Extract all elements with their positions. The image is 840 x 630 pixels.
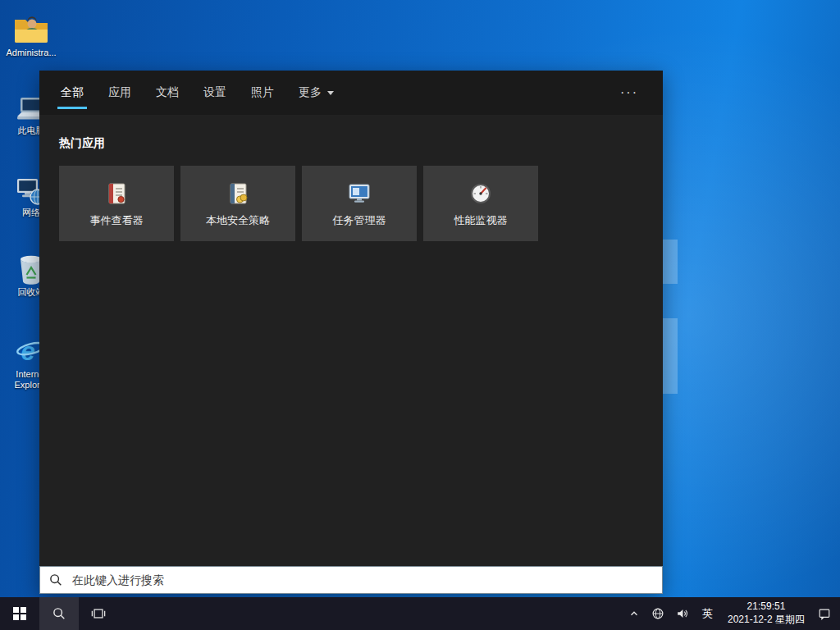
tab-label: 照片	[251, 85, 274, 100]
network-tray-button[interactable]	[646, 597, 670, 630]
search-input[interactable]	[71, 573, 654, 587]
app-tile-task-manager[interactable]: 任务管理器	[302, 166, 417, 241]
volume-tray-button[interactable]	[670, 597, 695, 630]
taskbar-clock[interactable]: 21:59:51 2021-12-2 星期四	[720, 597, 812, 630]
app-tile-local-security-policy[interactable]: 本地安全策略	[180, 166, 295, 241]
chevron-up-icon	[628, 608, 640, 619]
search-panel-body: 热门应用 事件查看器	[39, 115, 663, 566]
desktop-icon-administrator[interactable]: Administra...	[3, 8, 59, 58]
chevron-down-icon	[327, 91, 334, 95]
start-button[interactable]	[0, 597, 39, 630]
search-panel: 全部 应用 文档 设置 照片 更多 ··· 热门应用	[39, 71, 663, 594]
tab-label: 应用	[108, 85, 131, 100]
tab-label: 文档	[156, 85, 179, 100]
search-icon	[48, 573, 63, 587]
search-filter-tabs: 全部 应用 文档 设置 照片 更多 ···	[39, 71, 663, 115]
taskbar: 英 21:59:51 2021-12-2 星期四	[0, 597, 840, 630]
tray-expand-button[interactable]	[623, 597, 646, 630]
action-center-icon	[818, 607, 831, 620]
desktop-icon-label: 网络	[22, 208, 40, 218]
tab-apps[interactable]: 应用	[107, 71, 133, 115]
svg-text:e: e	[21, 337, 35, 366]
desktop-icon-label: Administra...	[6, 48, 56, 58]
tab-label: 全部	[61, 85, 84, 100]
app-tile-event-viewer[interactable]: 事件查看器	[59, 166, 174, 241]
tab-settings[interactable]: 设置	[202, 71, 228, 115]
tab-all[interactable]: 全部	[59, 71, 85, 115]
app-tile-performance-monitor[interactable]: 性能监视器	[423, 166, 538, 241]
volume-icon	[676, 607, 689, 620]
app-tile-label: 事件查看器	[90, 215, 144, 226]
more-options-button[interactable]: ···	[615, 71, 643, 115]
desktop: Administra... 此电脑 网络	[0, 0, 840, 630]
app-tile-label: 本地安全策略	[206, 215, 270, 226]
windows-logo-icon	[13, 607, 26, 620]
system-tray: 英 21:59:51 2021-12-2 星期四	[623, 597, 840, 630]
tab-documents[interactable]: 文档	[154, 71, 180, 115]
tab-label: 更多	[299, 85, 322, 100]
performance-monitor-icon	[468, 180, 494, 207]
clock-time: 21:59:51	[747, 600, 786, 614]
tab-photos[interactable]: 照片	[249, 71, 276, 115]
search-bar	[39, 566, 663, 594]
ellipsis-icon: ···	[620, 85, 638, 100]
event-viewer-icon	[103, 180, 130, 207]
globe-icon	[651, 607, 664, 620]
section-title: 热门应用	[59, 136, 643, 151]
top-apps-tiles: 事件查看器 本地安全策略	[59, 166, 643, 241]
security-policy-icon	[225, 180, 251, 207]
administrator-folder-icon	[13, 8, 49, 46]
task-view-icon	[91, 606, 106, 621]
app-tile-label: 任务管理器	[333, 215, 386, 226]
tab-label: 设置	[203, 85, 226, 100]
task-manager-icon	[346, 180, 372, 207]
search-icon	[52, 606, 66, 621]
action-center-button[interactable]	[812, 597, 837, 630]
taskbar-search-button[interactable]	[39, 597, 79, 630]
app-tile-label: 性能监视器	[454, 215, 508, 226]
clock-date: 2021-12-2 星期四	[728, 614, 805, 627]
task-view-button[interactable]	[79, 597, 118, 630]
ime-indicator[interactable]: 英	[695, 597, 720, 630]
tab-more[interactable]: 更多	[297, 71, 336, 115]
